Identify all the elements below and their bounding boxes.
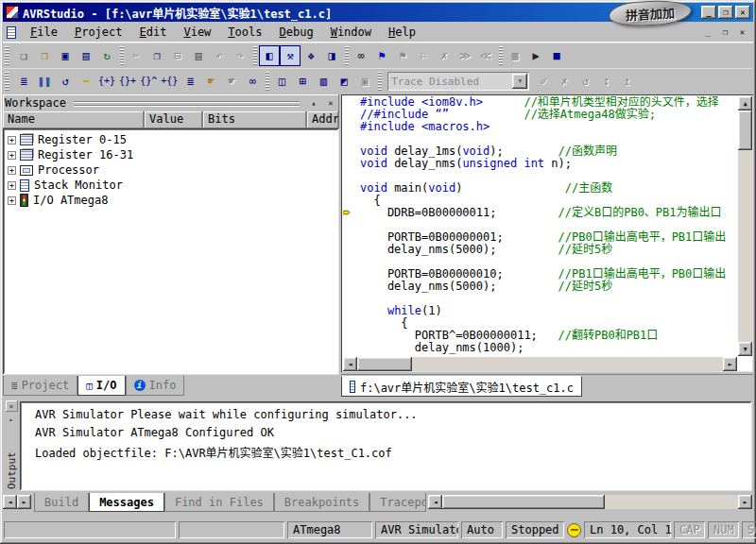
- workspace-tree[interactable]: +Register 0-15+Register 16-31+Processor+…: [3, 128, 339, 375]
- output-tab-messages[interactable]: Messages: [89, 493, 164, 512]
- menu-debug[interactable]: Debug: [271, 24, 322, 41]
- quickwatch-button[interactable]: ∞: [242, 71, 263, 92]
- memory-window-button[interactable]: ▥: [313, 71, 334, 92]
- menu-edit[interactable]: Edit: [131, 24, 176, 41]
- workspace-collapse-button[interactable]: ▴: [307, 97, 320, 110]
- reload-objectfile-button[interactable]: ↻: [96, 45, 117, 66]
- output-tab-build[interactable]: Build: [34, 493, 89, 512]
- horizontal-scroll-track[interactable]: [357, 357, 723, 371]
- open-file-button[interactable]: ❒: [34, 45, 55, 66]
- toggle-output-button[interactable]: ⚒: [280, 45, 301, 66]
- column-header-value[interactable]: Value: [145, 111, 203, 128]
- workspace-tab-project[interactable]: ≣Project: [3, 376, 77, 396]
- output-menu-button[interactable]: ▸: [6, 414, 18, 425]
- toolbar-grip[interactable]: [5, 72, 9, 91]
- tree-item-register-0-15[interactable]: +Register 0-15: [5, 132, 337, 147]
- mdi-close-button[interactable]: ✕: [735, 26, 749, 39]
- menu-tools[interactable]: Tools: [219, 24, 270, 41]
- workspace-drag-handle[interactable]: [74, 99, 300, 107]
- run-button[interactable]: ▶: [525, 45, 546, 66]
- autostep-button[interactable]: ≣: [180, 71, 200, 92]
- save-all-button[interactable]: ▤: [76, 45, 96, 66]
- tabs-scroll-left-button[interactable]: ◄: [3, 495, 17, 509]
- menu-project[interactable]: Project: [66, 24, 131, 41]
- workspace-tab-info[interactable]: iInfo: [126, 376, 185, 396]
- restore-button[interactable]: ❐: [718, 6, 733, 19]
- menu-help[interactable]: Help: [380, 24, 424, 41]
- expand-icon[interactable]: +: [8, 181, 16, 190]
- vertical-scroll-thumb[interactable]: [738, 110, 752, 150]
- stop-button[interactable]: ■: [546, 45, 567, 66]
- code-area[interactable]: #include <iom8v.h> //和单片机类型相对应的头文件，选择//#…: [343, 96, 737, 356]
- output-horizontal-scrollbar[interactable]: [442, 495, 738, 509]
- editor-horizontal-scrollbar[interactable]: ◄ ►: [343, 357, 737, 371]
- horizontal-scroll-thumb[interactable]: [357, 357, 412, 371]
- copy-button[interactable]: ❐: [146, 45, 167, 66]
- watch-window-button[interactable]: ◫: [271, 71, 292, 92]
- toolbar-grip[interactable]: [5, 46, 9, 65]
- mdi-minimize-button[interactable]: _: [701, 26, 715, 39]
- toggle-bookmark-button[interactable]: ⚑: [371, 45, 392, 66]
- disassembler-window-button[interactable]: ◩: [334, 71, 354, 92]
- expand-icon[interactable]: +: [8, 136, 16, 144]
- go-button[interactable]: ≣: [13, 71, 34, 92]
- tabs-scroll-right-button[interactable]: ►: [17, 495, 31, 509]
- toolbar-separator: [250, 46, 259, 65]
- save-file-button[interactable]: ▣: [55, 45, 76, 66]
- step-over-button[interactable]: {}+: [117, 71, 138, 92]
- tree-item-i-o-atmega8[interactable]: +I/O ATmega8: [5, 193, 337, 208]
- output-tab-breakpoints[interactable]: Breakpoints: [274, 493, 369, 512]
- output-scroll-right-button[interactable]: ►: [738, 495, 752, 509]
- run-to-cursor-button[interactable]: +{}: [159, 71, 180, 92]
- find-button[interactable]: ∞: [351, 45, 371, 66]
- tree-item-register-16-31[interactable]: +Register 16-31: [5, 147, 337, 162]
- workspace-tab-i-o[interactable]: ◫I/O: [77, 376, 125, 396]
- show-next-statement-button[interactable]: ➡: [76, 71, 96, 92]
- mdi-child-icon[interactable]: [7, 26, 16, 39]
- code-line: delay_nms(5000); //延时5秒: [343, 280, 737, 293]
- reset-button[interactable]: ↺: [55, 71, 76, 92]
- cascade-windows-button[interactable]: ❖: [301, 45, 321, 66]
- step-out-button[interactable]: {}^: [138, 71, 159, 92]
- print-button[interactable]: ▤: [188, 45, 209, 66]
- toggle-breakpoint-button[interactable]: ☛: [200, 71, 221, 92]
- minimize-button[interactable]: _: [701, 6, 716, 19]
- tree-item-stack-monitor[interactable]: +Stack Monitor: [5, 178, 337, 193]
- expand-icon[interactable]: +: [8, 151, 16, 160]
- break-button[interactable]: ❚❚: [34, 71, 55, 92]
- expand-icon[interactable]: +: [8, 196, 16, 205]
- tree-item-processor[interactable]: +Processor: [5, 162, 337, 178]
- column-header-name[interactable]: Name: [3, 111, 145, 128]
- file-tab-label: f:\avr单片机实验室\实验1\test_c1.c: [360, 379, 574, 395]
- output-messages[interactable]: AVR Simulator Please wait while configur…: [20, 401, 752, 491]
- column-header-address[interactable]: Address: [307, 111, 339, 128]
- find-in-files-results-button[interactable]: ◨: [321, 45, 342, 66]
- scroll-down-button[interactable]: ▼: [738, 342, 752, 356]
- output-tab-tracepoints[interactable]: Tracepoints: [369, 493, 426, 512]
- workspace-tab-bar: ≣Project◫I/OiInfo: [3, 375, 339, 397]
- scroll-left-button[interactable]: ◄: [343, 357, 357, 371]
- editor-vertical-scrollbar[interactable]: ▲ ▼: [738, 96, 752, 356]
- column-header-bits[interactable]: Bits: [203, 111, 307, 128]
- toggle-workspace-button[interactable]: ◧: [259, 45, 280, 66]
- expand-icon[interactable]: +: [8, 166, 16, 175]
- code-margin: [343, 231, 360, 244]
- new-file-button[interactable]: ❏: [13, 45, 34, 66]
- menu-view[interactable]: View: [175, 24, 219, 41]
- output-tab-find-in-files[interactable]: Find in Files: [164, 493, 274, 512]
- workspace-close-button[interactable]: ✕: [324, 97, 337, 110]
- output-close-button[interactable]: ✕: [6, 400, 18, 412]
- register-window-button[interactable]: ⊞: [292, 71, 313, 92]
- scroll-right-button[interactable]: ►: [723, 357, 737, 371]
- output-scroll-left-button[interactable]: ◄: [428, 495, 442, 509]
- output-scroll-thumb[interactable]: [442, 495, 605, 509]
- menu-file[interactable]: File: [22, 24, 66, 41]
- step-into-button[interactable]: {+}: [96, 71, 117, 92]
- break-icon: ❚❚: [38, 76, 51, 87]
- vertical-scroll-track[interactable]: [738, 150, 752, 342]
- file-tab[interactable]: f:\avr单片机实验室\实验1\test_c1.c: [341, 376, 582, 397]
- scroll-up-button[interactable]: ▲: [738, 96, 752, 110]
- mdi-restore-button[interactable]: ❐: [718, 26, 732, 39]
- close-button[interactable]: ✕: [735, 6, 750, 19]
- menu-window[interactable]: Window: [322, 24, 380, 41]
